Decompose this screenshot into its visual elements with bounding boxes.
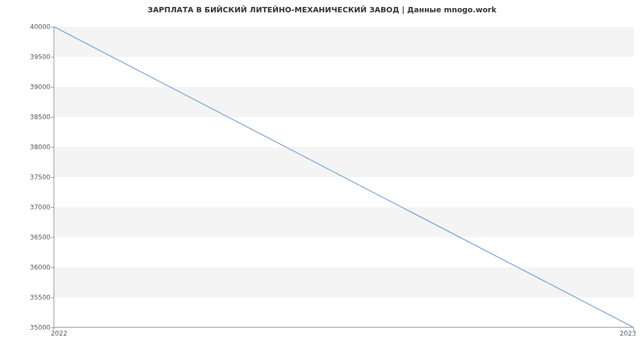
y-tick-mark (51, 237, 54, 238)
line-chart: ЗАРПЛАТА В БИЙСКИЙ ЛИТЕЙНО-МЕХАНИЧЕСКИЙ … (0, 0, 644, 349)
chart-title: ЗАРПЛАТА В БИЙСКИЙ ЛИТЕЙНО-МЕХАНИЧЕСКИЙ … (0, 5, 644, 14)
series-line (54, 27, 634, 328)
y-tick-mark (51, 57, 54, 57)
y-tick-mark (51, 117, 54, 118)
y-tick-mark (51, 87, 54, 88)
y-tick-label: 37500 (2, 173, 50, 181)
y-tick-mark (51, 267, 54, 268)
y-tick-label: 38500 (2, 113, 50, 121)
y-tick-label: 36500 (2, 234, 50, 241)
y-tick-mark (51, 207, 54, 208)
y-tick-label: 38000 (2, 143, 50, 151)
y-tick-label: 40000 (2, 23, 50, 31)
y-tick-label: 35000 (2, 324, 50, 331)
y-tick-label: 36000 (2, 264, 50, 271)
y-tick-mark (51, 177, 54, 178)
y-tick-label: 37000 (2, 203, 50, 211)
y-tick-mark (51, 297, 54, 298)
plot-area (54, 27, 633, 328)
y-tick-mark (51, 147, 54, 148)
x-tick-label: 2022 (51, 330, 68, 337)
x-tick-label: 2023 (620, 330, 636, 337)
y-tick-mark (51, 27, 54, 27)
y-tick-label: 39000 (2, 83, 50, 91)
y-tick-label: 35500 (2, 294, 50, 301)
line-path (54, 27, 634, 328)
y-tick-label: 39500 (2, 53, 50, 61)
